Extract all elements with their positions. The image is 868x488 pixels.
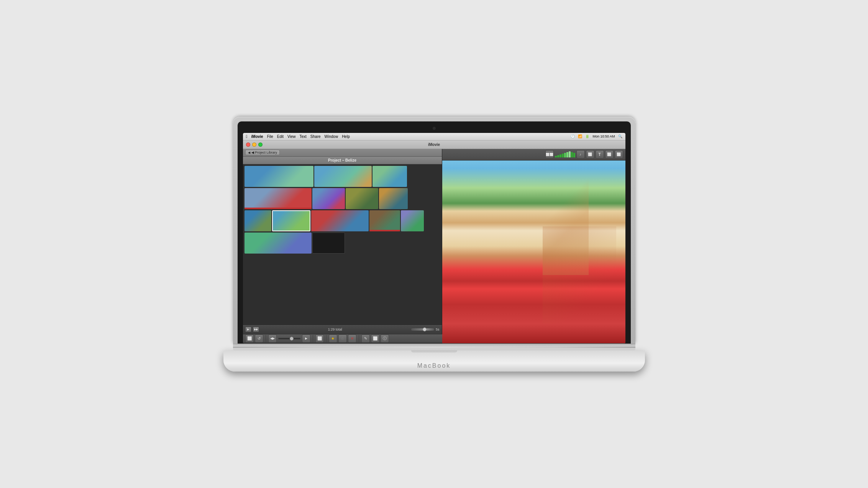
clip-view-button[interactable]: ⬜ [245, 334, 254, 343]
film-clip[interactable] [372, 166, 407, 187]
toolbar-separator-4 [359, 335, 359, 342]
action-button[interactable]: ↺ [255, 334, 263, 343]
status-datetime: Mon 10:50 AM [592, 134, 615, 138]
menu-edit[interactable]: Edit [277, 134, 284, 139]
maximize-button[interactable] [258, 142, 263, 147]
trackpad-notch [411, 350, 457, 353]
film-clip-empty[interactable] [312, 233, 345, 254]
trim-end-button[interactable]: ▶ [302, 334, 310, 343]
film-row-4 [244, 233, 440, 254]
mark-button[interactable]: ★ [329, 334, 337, 343]
film-clip[interactable] [244, 233, 312, 254]
toolbar-separator [266, 335, 266, 342]
minimize-button[interactable] [252, 142, 256, 147]
film-row-2 [244, 188, 440, 209]
trim-button[interactable]: ◀▶ [268, 334, 277, 343]
project-library-button[interactable]: ◀ ◀ Project Library [245, 150, 280, 155]
right-panel-preview: ⬜⬜ [442, 149, 625, 343]
zoom-label: 5s [436, 328, 440, 331]
macbook-container:  iMovie File Edit View Text Share Windo… [233, 117, 635, 372]
vol-seg-4 [562, 154, 564, 157]
film-clip[interactable] [379, 188, 408, 209]
menu-help[interactable]: Help [342, 134, 350, 139]
filmstrip-area[interactable] [243, 164, 442, 324]
vol-seg-2 [557, 155, 559, 157]
precision-editor-header: Precision Editor ⊞ ↩ ⏮ ⏭ ▶ Done [243, 343, 625, 344]
volume-bar [555, 151, 575, 157]
close-button[interactable] [246, 142, 250, 147]
menu-bar-left:  iMovie File Edit View Text Share Windo… [246, 134, 350, 139]
zoom-slider-handle[interactable] [423, 328, 427, 331]
right-toolbar: ⬜⬜ [442, 149, 625, 160]
menu-view[interactable]: View [287, 134, 296, 139]
hinge-line [233, 347, 635, 348]
film-clip[interactable] [369, 210, 400, 231]
info-button[interactable]: ⓘ [381, 334, 389, 343]
map-button[interactable]: ⬜ [615, 150, 623, 159]
app-menu-imovie[interactable]: iMovie [251, 134, 263, 139]
film-clip[interactable] [244, 210, 271, 231]
toolbar-separator-3 [326, 335, 327, 342]
enhance-button[interactable]: ✎ [361, 334, 370, 343]
menu-window[interactable]: Window [325, 134, 338, 139]
duration-display: 1:29 total [328, 328, 342, 331]
macbook-lid:  iMovie File Edit View Text Share Windo… [233, 117, 635, 344]
clip-action-button[interactable]: ⬜ [315, 334, 324, 343]
music-button[interactable]: ♪ [576, 150, 585, 159]
film-clip[interactable] [401, 210, 424, 231]
macbook-label: MacBook [417, 362, 451, 369]
play-full-button[interactable]: ▶▶ [253, 327, 259, 332]
back-icon: ◀ [248, 151, 250, 154]
menu-bar-right: 🕐 📶 🔋 Mon 10:50 AM 🔍 [571, 134, 622, 138]
vol-seg-3 [560, 154, 561, 157]
film-clip-selected[interactable] [272, 210, 310, 231]
menu-file[interactable]: File [267, 134, 273, 139]
film-clip[interactable] [311, 210, 369, 231]
window-title: iMovie [428, 142, 440, 147]
zoom-slider[interactable] [411, 328, 434, 331]
menu-text[interactable]: Text [300, 134, 307, 139]
play-button[interactable]: ▶ [245, 327, 251, 332]
status-battery-icon: 🔋 [585, 134, 589, 138]
vol-seg-7 [569, 151, 571, 157]
trim-slider-handle[interactable] [290, 337, 294, 341]
left-panel: ◀ ◀ Project Library Project – Belize [243, 149, 442, 343]
film-row-3 [244, 210, 440, 231]
toolbar-separator-2 [313, 335, 313, 342]
vol-seg-5 [564, 153, 566, 157]
text-button[interactable]: T [596, 150, 604, 159]
status-wifi-icon: 📶 [578, 134, 582, 138]
kayak-overlay [543, 226, 616, 324]
reject-button[interactable]: ✕ [348, 334, 356, 343]
vol-seg-1 [555, 156, 557, 157]
film-clip[interactable] [314, 166, 372, 187]
vol-seg-8 [571, 152, 573, 157]
film-clip[interactable] [244, 166, 313, 187]
project-library-label: ◀ Project Library [251, 151, 277, 154]
search-icon[interactable]: 🔍 [618, 134, 622, 138]
crop-button[interactable]: ⬜ [371, 334, 379, 343]
photo-button[interactable]: ⬜ [586, 150, 594, 159]
zoom-control: 5s [411, 328, 440, 331]
trim-slider[interactable] [278, 337, 301, 340]
controls-bar: ▶ ▶▶ 1:29 total 5s [243, 324, 442, 334]
apple-menu[interactable]:  [246, 134, 248, 139]
content-area: ◀ ◀ Project Library Project – Belize [243, 149, 625, 343]
vol-seg-9 [573, 153, 575, 157]
toolbar-left: ⬜ ↺ ◀▶ ▶ ⬜ ★ ☆ [243, 334, 442, 343]
film-clip[interactable] [346, 188, 378, 209]
title-bar: iMovie [243, 141, 625, 149]
film-clip[interactable] [312, 188, 345, 209]
macbook-base: MacBook [223, 350, 645, 372]
volume-button[interactable]: ⬜⬜ [545, 150, 554, 159]
film-clip[interactable] [244, 188, 312, 209]
project-title-bar: Project – Belize [243, 157, 442, 164]
screen-bezel:  iMovie File Edit View Text Share Windo… [238, 121, 631, 344]
menu-share[interactable]: Share [310, 134, 321, 139]
transition-button[interactable]: ⬜ [605, 150, 614, 159]
project-title: Project – Belize [328, 158, 356, 162]
unmark-button[interactable]: ☆ [338, 334, 347, 343]
macbook-hinge [233, 344, 635, 350]
screen:  iMovie File Edit View Text Share Windo… [243, 133, 625, 344]
vol-seg-6 [566, 152, 568, 157]
